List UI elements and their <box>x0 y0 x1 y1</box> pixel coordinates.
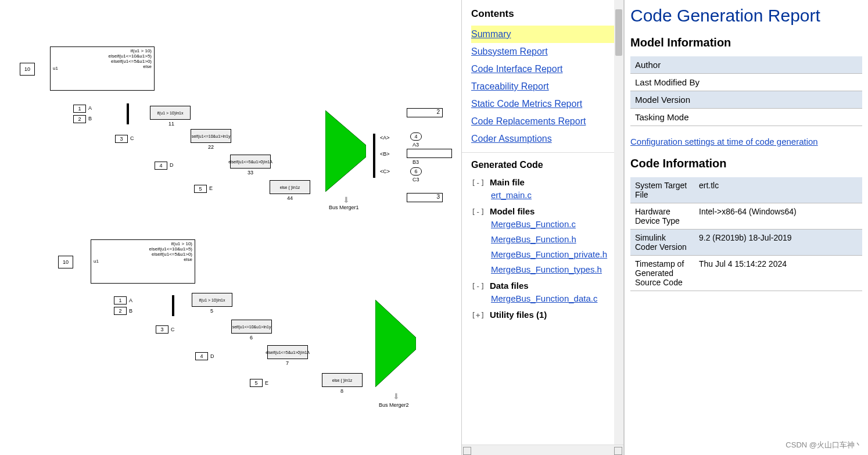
toc-link-summary[interactable]: Summary <box>471 26 614 43</box>
inport-2-bot: 2 <box>114 307 127 315</box>
file-func-private[interactable]: MergeBus_Function_private.h <box>491 249 607 259</box>
toc-link-interface[interactable]: Code Interface Report <box>471 60 614 78</box>
if-block-top: u1 if(u1 > 10) elseif(u1<=10&u1>5) elsei… <box>50 46 155 91</box>
toc-link-traceability[interactable]: Traceability Report <box>471 78 614 95</box>
subsys-44: else { }In1z <box>270 180 310 194</box>
watermark: CSDN @火山口车神丶 <box>785 440 862 450</box>
toc-links: Summary Subsystem Report Code Interface … <box>462 26 623 152</box>
mux-bot <box>172 295 174 316</box>
simulink-canvas: 10 u1 if(u1 > 10) elseif(u1<=10&u1>5) el… <box>0 0 462 455</box>
toggle-util[interactable]: [+] <box>471 311 485 320</box>
svg-marker-1 <box>375 300 416 387</box>
inport-5-top: 5 <box>194 185 207 193</box>
demux-top <box>373 134 375 178</box>
inport-1-top: 1 <box>73 105 86 113</box>
toc-link-subsystem[interactable]: Subsystem Report <box>471 43 614 60</box>
model-info-heading: Model Information <box>630 36 862 49</box>
subsys-33: elseif(u1<=5&u1>0)In1A <box>230 155 271 169</box>
toggle-data[interactable]: [-] <box>471 282 485 291</box>
merge-block-bot <box>375 300 416 387</box>
display-top-1: 2 <box>407 108 443 117</box>
inport-3-bot: 3 <box>156 325 168 334</box>
toc-link-replacements[interactable]: Code Replacements Report <box>471 113 614 130</box>
inport-2-top: 2 <box>73 115 86 123</box>
subsys-7: elseif(u1<=5&u1>0)In1A <box>267 345 308 359</box>
constant-block-bot: 10 <box>58 256 73 268</box>
toc-panel: Contents Summary Subsystem Report Code I… <box>462 0 625 455</box>
arrow-down-icon: ⬇ <box>343 195 350 205</box>
toc-link-assumptions[interactable]: Coder Assumptions <box>471 130 614 148</box>
inport-1-bot: 1 <box>114 296 127 304</box>
toc-link-metrics[interactable]: Static Code Metrics Report <box>471 95 614 113</box>
subsys-11: if(u1 > 10)In1x <box>150 106 191 120</box>
file-func-h[interactable]: MergeBus_Function.h <box>491 234 576 244</box>
arrow-down-icon-2: ⬇ <box>393 392 400 401</box>
if-block-bot: u1 if(u1 > 10) elseif(u1<=10&u1>5) elsei… <box>91 239 195 284</box>
generated-code-heading: Generated Code <box>462 152 623 174</box>
subsys-8: else { }In1z <box>322 373 363 387</box>
subsys-5: if(u1 > 10)In1x <box>192 293 232 307</box>
display-top-2 <box>407 149 452 158</box>
file-tree: [-] Main file ert_main.c [-] Model files… <box>462 177 623 327</box>
out-C3: 6 <box>410 167 422 175</box>
group-data: Data files <box>490 281 529 291</box>
group-util: Utility files (1) <box>490 310 547 320</box>
config-settings-link[interactable]: Configuration settings at time of code g… <box>630 137 862 146</box>
subsys-6: seif(u1<=10&u1>In1y <box>231 320 272 334</box>
model-info-table: Author Last Modified By Model Version Ta… <box>630 56 862 126</box>
display-top-3: 3 <box>407 193 443 202</box>
file-ert-main[interactable]: ert_main.c <box>491 190 532 200</box>
code-info-heading: Code Information <box>630 157 862 170</box>
toggle-main[interactable]: [-] <box>471 178 485 187</box>
inport-5-bot: 5 <box>250 379 263 387</box>
inport-4-top: 4 <box>155 162 167 170</box>
report-title: Code Generation Report <box>630 6 862 26</box>
mux-top <box>127 103 129 124</box>
toggle-model[interactable]: [-] <box>471 207 485 216</box>
file-func-data[interactable]: MergeBus_Function_data.c <box>491 293 597 303</box>
group-model: Model files <box>490 206 535 216</box>
toc-heading: Contents <box>462 0 623 26</box>
horizontal-scrollbar[interactable] <box>462 445 623 455</box>
subsys-22: seif(u1<=10&u1>In1y <box>191 129 231 143</box>
constant-block-top: 10 <box>20 63 35 76</box>
inport-3-top: 3 <box>115 135 128 143</box>
merge-block-top <box>325 110 366 192</box>
group-main: Main file <box>490 177 525 187</box>
inport-4-bot: 4 <box>195 352 208 360</box>
report-panel: Code Generation Report Model Information… <box>625 0 868 455</box>
svg-marker-0 <box>325 110 366 192</box>
code-info-table: System Target Fileert.tlc Hardware Devic… <box>630 177 862 291</box>
file-func-types[interactable]: MergeBus_Function_types.h <box>491 264 602 274</box>
file-func-c[interactable]: MergeBus_Function.c <box>491 219 576 229</box>
vertical-scrollbar[interactable] <box>614 0 623 445</box>
out-A3: 4 <box>410 132 422 141</box>
